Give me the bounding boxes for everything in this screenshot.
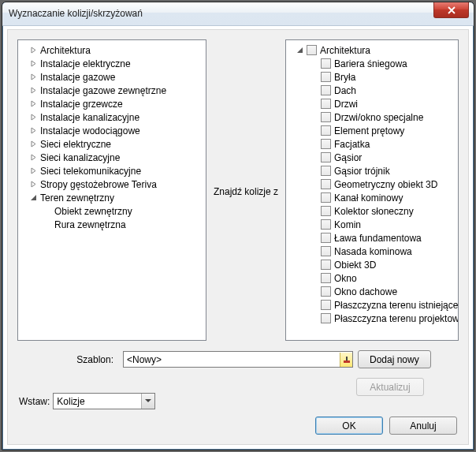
- right-tree-item[interactable]: Okno: [288, 271, 456, 285]
- checkbox[interactable]: [321, 99, 331, 109]
- right-tree-item[interactable]: Nasada kominowa: [288, 245, 456, 258]
- right-tree-item[interactable]: Kolektor słoneczny: [288, 204, 456, 218]
- left-tree-item[interactable]: Sieci telekomunikacyjne: [20, 164, 204, 177]
- checkbox[interactable]: [321, 313, 331, 323]
- right-tree-item[interactable]: Płaszczyzna terenu istniejącego: [288, 298, 456, 312]
- right-tree-item[interactable]: Bariera śniegowa: [288, 57, 456, 70]
- left-tree-item[interactable]: Architektura: [20, 43, 204, 57]
- tree-label: Architektura: [40, 45, 91, 56]
- left-tree-item[interactable]: Instalacje gazowe: [20, 70, 204, 84]
- checkbox[interactable]: [321, 152, 331, 162]
- checkbox[interactable]: [321, 273, 331, 283]
- expand-icon: [29, 87, 37, 95]
- tree-label: Instalacje gazowe zewnętrzne: [40, 85, 166, 96]
- tree-label: Instalacje gazowe: [40, 72, 115, 83]
- tree-label: Obiekt 3D: [334, 260, 376, 271]
- left-tree-item[interactable]: Instalacje grzewcze: [20, 97, 204, 110]
- checkbox[interactable]: [321, 166, 331, 176]
- middle-label-area: Znajdź kolizje z: [213, 39, 279, 344]
- expand-icon: [29, 73, 37, 81]
- tree-label: Płaszczyzna terenu istniejącego: [334, 300, 459, 311]
- tree-label: Dach: [334, 85, 356, 96]
- expand-icon: [29, 167, 37, 175]
- template-row: Szablon: <Nowy> Dodaj nowy: [8, 347, 468, 372]
- checkbox[interactable]: [321, 125, 331, 136]
- tree-label: Gąsior trójnik: [334, 166, 390, 177]
- right-tree-item[interactable]: Facjatka: [288, 137, 456, 151]
- panes-row: ArchitekturaInstalacje elektryczneInstal…: [8, 30, 468, 344]
- left-tree-item[interactable]: Instalacje elektryczne: [20, 57, 204, 70]
- insert-combo[interactable]: Kolizje: [53, 393, 155, 409]
- expand-icon: [29, 194, 37, 202]
- checkbox[interactable]: [321, 206, 331, 216]
- right-tree-item[interactable]: Płaszczyzna terenu projektowa...: [288, 312, 456, 325]
- expand-icon: [29, 140, 37, 148]
- right-tree-item[interactable]: Drzwi: [288, 97, 456, 110]
- tree-label: Facjatka: [334, 139, 370, 150]
- tree-label: Nasada kominowa: [334, 246, 412, 257]
- middle-label: Znajdź kolizje z: [214, 186, 278, 197]
- template-value: <Nowy>: [124, 354, 340, 365]
- left-tree-child[interactable]: Obiekt zewnętrzny: [20, 204, 204, 218]
- titlebar: Wyznaczanie kolizji/skrzyżowań: [2, 2, 474, 26]
- checkbox[interactable]: [321, 58, 331, 69]
- left-tree-item[interactable]: Sieci elektryczne: [20, 137, 204, 151]
- checkbox[interactable]: [321, 112, 331, 122]
- checkbox[interactable]: [321, 260, 331, 270]
- svg-rect-0: [344, 360, 350, 363]
- checkbox[interactable]: [307, 45, 317, 55]
- left-tree-item[interactable]: Teren zewnętrzny: [20, 191, 204, 204]
- checkbox[interactable]: [321, 192, 331, 203]
- checkbox[interactable]: [321, 139, 331, 149]
- add-new-button[interactable]: Dodaj nowy: [358, 350, 431, 368]
- checkbox[interactable]: [321, 72, 331, 82]
- template-combo[interactable]: <Nowy>: [123, 351, 353, 368]
- right-tree-item[interactable]: Dach: [288, 84, 456, 97]
- checkbox[interactable]: [321, 300, 331, 310]
- tree-label: Sieci elektryczne: [40, 139, 111, 150]
- checkbox[interactable]: [321, 246, 331, 256]
- left-tree-child[interactable]: Rura zewnętrzna: [20, 218, 204, 231]
- expand-icon: [29, 47, 37, 54]
- right-tree-item[interactable]: Obiekt 3D: [288, 258, 456, 271]
- tree-label: Sieci kanalizacyjne: [40, 152, 120, 163]
- tree-label: Okno: [334, 273, 357, 284]
- tree-label: Architektura: [320, 45, 370, 56]
- right-tree[interactable]: ArchitekturaBariera śniegowaBryłaDachDrz…: [285, 39, 459, 341]
- right-tree-item[interactable]: Geometryczny obiekt 3D: [288, 177, 456, 191]
- left-tree[interactable]: ArchitekturaInstalacje elektryczneInstal…: [17, 39, 206, 341]
- right-tree-item[interactable]: Kanał kominowy: [288, 191, 456, 204]
- checkbox[interactable]: [321, 233, 331, 243]
- right-tree-item[interactable]: Element prętowy: [288, 124, 456, 137]
- tree-label: Teren zewnętrzny: [40, 192, 114, 204]
- checkbox[interactable]: [321, 219, 331, 230]
- right-tree-item[interactable]: Ława fundamentowa: [288, 231, 456, 245]
- checkbox[interactable]: [321, 286, 331, 297]
- tree-label: Instalacje elektryczne: [40, 58, 131, 69]
- checkbox[interactable]: [321, 179, 331, 189]
- right-tree-item[interactable]: Gąsior trójnik: [288, 164, 456, 177]
- tree-label: Instalacje grzewcze: [40, 99, 123, 110]
- tree-label: Geometryczny obiekt 3D: [334, 179, 437, 190]
- left-tree-item[interactable]: Sieci kanalizacyjne: [20, 151, 204, 164]
- tree-label: Instalacje kanalizacyjne: [40, 112, 139, 123]
- left-tree-item[interactable]: Instalacje wodociągowe: [20, 124, 204, 137]
- right-tree-item[interactable]: Bryła: [288, 70, 456, 84]
- cancel-button[interactable]: Anuluj: [389, 417, 457, 435]
- right-tree-item[interactable]: Gąsior: [288, 151, 456, 164]
- ok-button[interactable]: OK: [315, 417, 383, 435]
- right-tree-item[interactable]: Okno dachowe: [288, 285, 456, 298]
- checkbox[interactable]: [321, 85, 331, 95]
- tree-label: Drzwi: [334, 99, 358, 110]
- left-tree-item[interactable]: Instalacje kanalizacyjne: [20, 110, 204, 124]
- template-indicator-icon: [340, 353, 352, 367]
- right-tree-root[interactable]: Architektura: [288, 43, 456, 57]
- tree-label: Kolektor słoneczny: [334, 206, 414, 217]
- left-tree-item[interactable]: Stropy gęstożebrowe Teriva: [20, 177, 204, 191]
- expand-icon: [29, 114, 37, 121]
- left-tree-item[interactable]: Instalacje gazowe zewnętrzne: [20, 84, 204, 97]
- tree-label: Rura zewnętrzna: [54, 219, 126, 230]
- close-button[interactable]: [433, 2, 469, 18]
- right-tree-item[interactable]: Drzwi/okno specjalne: [288, 110, 456, 124]
- right-tree-item[interactable]: Komin: [288, 218, 456, 231]
